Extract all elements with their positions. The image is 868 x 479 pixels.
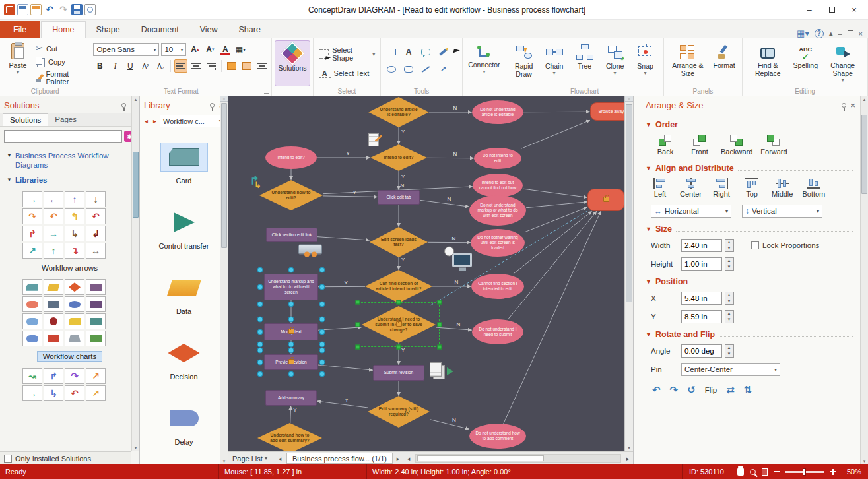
connection-point-handle[interactable] [319, 360, 325, 366]
workflow-arrow-tile[interactable]: ↰ [65, 208, 84, 224]
flowchart-node-ellipse[interactable]: Do not understand I need to submit [472, 319, 523, 344]
connection-point-handle[interactable] [319, 284, 325, 290]
highlight-color-button[interactable] [240, 59, 253, 73]
flowchart-node-ellipse[interactable]: Intend to edit but cannot find out how [473, 174, 523, 197]
align-left-text-button[interactable] [174, 59, 187, 73]
workflow-arrow-tile[interactable]: ↑ [65, 191, 84, 207]
spelling-button[interactable]: Spelling [790, 40, 820, 86]
app-icon[interactable] [4, 4, 15, 15]
align-bottom-button[interactable]: Bottom [801, 177, 826, 199]
drawing-canvas[interactable]: NYYNYNYNNYYNNYYNY Understand article is … [228, 96, 624, 451]
selection-handle[interactable] [356, 323, 360, 327]
connection-point-handle[interactable] [288, 371, 294, 377]
previous-page-button[interactable]: ◂ [275, 455, 285, 462]
select-text-button[interactable]: ASelect Text [316, 68, 378, 79]
scrollbar-thumb[interactable] [133, 152, 139, 218]
workflow-line-tile[interactable]: ↳ [44, 385, 63, 401]
minimize-button[interactable]: – [798, 1, 820, 18]
font-size-select[interactable]: 10▾ [161, 43, 186, 56]
align-middle-button[interactable]: Middle [770, 177, 794, 199]
connection-point-handle[interactable] [257, 348, 263, 354]
order-back-button[interactable]: Back [651, 133, 680, 157]
flowchart-node-ellipse[interactable]: Do not intend to edit [474, 148, 521, 169]
connection-point-handle[interactable] [257, 360, 263, 366]
find-replace-button[interactable]: Find & Replace [745, 40, 790, 86]
tab-share[interactable]: Share [228, 22, 271, 38]
comment-tool-button[interactable] [418, 44, 434, 60]
scrollbar-thumb[interactable] [861, 115, 867, 194]
flip-horizontal-icon[interactable]: ⇄ [726, 384, 735, 396]
flowchart-node-rect[interactable]: Add summary [265, 390, 317, 406]
workflow-arrow-tile[interactable]: ← [44, 191, 63, 207]
connection-point-handle[interactable] [288, 317, 294, 323]
x-input[interactable] [681, 292, 722, 305]
order-front-button[interactable]: Front [685, 133, 714, 157]
flowchart-node-diamond[interactable]: Edit screen loads fast? [370, 227, 428, 257]
new-document-icon[interactable] [17, 4, 28, 15]
clone-button[interactable]: Clone▾ [600, 40, 630, 86]
library-back-button[interactable]: ◂ [143, 117, 150, 125]
library-item-control-transfer[interactable]: Control transfer [140, 200, 228, 265]
save-button[interactable] [71, 4, 83, 15]
workflow-line-tile[interactable]: → [22, 385, 42, 401]
panel-layout-icon[interactable]: ▦▾ [797, 28, 809, 38]
snap-button[interactable]: Snap▾ [630, 40, 661, 86]
italic-button[interactable]: I [108, 59, 121, 73]
subscript-button[interactable]: A₂ [154, 59, 167, 73]
scrollbar-thumb[interactable] [417, 455, 544, 461]
workflow-arrow-tile[interactable]: ↑ [44, 243, 63, 259]
text-tool-button[interactable]: A [401, 44, 417, 60]
section-position[interactable]: ▼ Position [646, 277, 853, 286]
rotate-right-icon[interactable]: ↷ [670, 384, 679, 396]
selection-handle[interactable] [438, 345, 442, 350]
align-center-text-button[interactable] [189, 59, 203, 73]
line-tool-button[interactable] [418, 61, 434, 77]
library-item-card[interactable]: Card [140, 135, 228, 200]
width-spinner[interactable]: ▲▼ [725, 239, 734, 252]
workflow-chart-tile[interactable] [65, 313, 84, 329]
order-backward-button[interactable]: Backward [719, 133, 754, 157]
print-preview-button[interactable] [84, 4, 96, 15]
pen-tool-button[interactable] [435, 44, 451, 60]
paste-button[interactable]: Paste ▾ [3, 40, 33, 86]
workflow-arrow-tile[interactable]: → [22, 191, 42, 207]
library-item-delay[interactable]: Delay [140, 396, 228, 461]
workflow-arrows-label[interactable]: Workflow arrows [36, 263, 103, 272]
line-spacing-button[interactable] [255, 59, 269, 73]
distribute-vertical-select[interactable]: ↕Vertical▾ [742, 205, 822, 218]
lock-proportions-checkbox[interactable]: Lock Proportions [751, 241, 819, 249]
library-scrollbar[interactable]: ≡ ▾ [220, 96, 228, 464]
zoom-in-button[interactable] [830, 469, 836, 475]
zoom-slider[interactable] [785, 471, 824, 473]
solutions-button[interactable]: Solutions [275, 40, 310, 86]
workflow-chart-tile[interactable] [86, 313, 106, 329]
connection-point-handle[interactable] [319, 267, 325, 273]
connection-point-handle[interactable] [257, 371, 263, 377]
rotate-left-icon[interactable]: ↶ [652, 384, 661, 396]
align-top-button[interactable]: Top [740, 177, 764, 199]
chain-button[interactable]: Chain▾ [539, 40, 570, 86]
tab-file[interactable]: File [0, 21, 40, 38]
y-spinner[interactable]: ▲▼ [725, 310, 734, 323]
pages-tab[interactable]: Pages [48, 113, 83, 126]
flowchart-node-rounded[interactable]: Browse away [590, 102, 624, 121]
workflow-line-tile[interactable]: ↷ [65, 368, 84, 384]
child-restore-icon[interactable] [848, 30, 853, 36]
flowchart-node-ellipse[interactable]: Do not understand how to add comment [469, 424, 526, 449]
close-icon[interactable]: × [850, 101, 855, 110]
flowchart-node-diamond[interactable]: Intend to edit? [370, 144, 427, 171]
height-spinner[interactable]: ▲▼ [725, 257, 734, 271]
scrollbar-thumb[interactable] [626, 104, 632, 302]
flowchart-node-diamond[interactable]: Can find section of article I intend to … [365, 270, 432, 303]
fit-page-icon[interactable] [762, 468, 768, 476]
workflow-chart-tile[interactable] [86, 296, 106, 312]
flowchart-node-ellipse[interactable]: Cannot find section I intended to edit [471, 274, 524, 299]
connection-point-handle[interactable] [319, 329, 325, 335]
child-close-icon[interactable]: × [859, 30, 863, 38]
pin-icon[interactable] [842, 103, 846, 108]
superscript-button[interactable]: A² [139, 59, 152, 73]
zoom-slider-thumb[interactable] [803, 468, 806, 476]
flowchart-node-rect[interactable]: Submit revision [373, 365, 424, 381]
connection-point-handle[interactable] [319, 302, 325, 307]
workflow-arrow-tile[interactable]: ↔ [86, 243, 106, 259]
